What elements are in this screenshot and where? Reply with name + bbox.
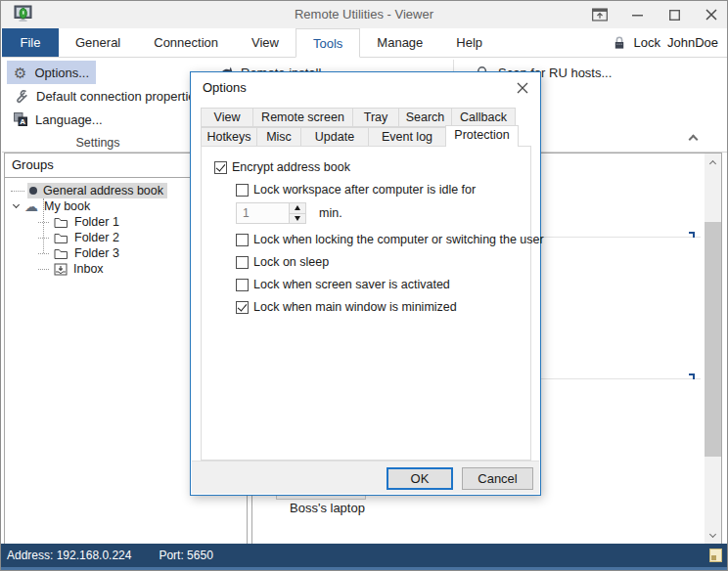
folder-icon [54,216,68,229]
tab-event-log[interactable]: Event log [368,127,446,147]
checkbox-row-lock-window-minimized[interactable]: Lock when main window is minimized [236,300,457,314]
checkbox-row-lock-on-sleep[interactable]: Lock on sleep [236,255,329,269]
status-address: Address: 192.168.0.224 [7,549,131,562]
spinner-value: 1 [237,203,289,223]
menu-file[interactable]: File [2,28,59,57]
tab-misc[interactable]: Misc [256,127,301,147]
language-menu-item[interactable]: A Language... [7,108,110,131]
ribbon-collapse-icon[interactable] [689,135,699,145]
checkbox[interactable] [236,184,249,197]
svg-text:A: A [20,117,25,126]
tab-tray[interactable]: Tray [352,108,399,127]
status-bar: Address: 192.168.0.224 Port: 5650 [1,544,728,570]
tab-remote-screen[interactable]: Remote screen [252,108,353,127]
checkbox[interactable] [236,279,249,291]
dialog-tab-row-2: Hotkeys Misc Update Event log Protection [201,127,518,147]
idle-minutes-spinner[interactable]: 1 [236,202,306,224]
spinner-up-icon[interactable] [290,203,305,213]
resize-grip-icon[interactable] [709,549,722,562]
tab-hotkeys[interactable]: Hotkeys [201,127,257,147]
titlebar: Remote Utilities - Viewer [1,1,727,28]
folder-icon [54,247,68,260]
folder-icon [54,232,68,244]
default-connection-properties-item[interactable]: Default connection properties... [7,84,219,108]
lock-button[interactable]: Lock [633,35,660,50]
options-menu-item[interactable]: ⚙ Options... [7,61,96,84]
checkbox-row-lock-workspace-idle[interactable]: Lock workspace after computer is idle fo… [236,183,476,197]
spinner-down-icon[interactable] [290,213,305,224]
app-window: Remote Utilities - Viewer File General [0,0,728,571]
padlock-icon [613,35,626,50]
connection-item-label[interactable]: Boss's laptop [290,501,365,515]
tab-callback[interactable]: Callback [451,108,516,127]
chevron-down-icon[interactable] [9,205,23,207]
pin-to-top-icon[interactable] [592,7,608,22]
maximize-icon[interactable] [666,7,682,22]
dialog-close-icon[interactable] [516,81,529,95]
checkbox-row-lock-when-locking[interactable]: Lock when locking the computer or switch… [236,233,544,246]
menu-tools[interactable]: Tools [296,28,360,58]
menu-connection[interactable]: Connection [137,28,235,57]
vertical-scrollbar[interactable] [705,154,721,544]
scroll-up-icon[interactable] [705,154,721,170]
dialog-title: Options [203,80,247,95]
collapse-group-icon[interactable] [689,232,695,238]
current-user[interactable]: JohnDoe [667,35,718,50]
scroll-down-icon[interactable] [705,527,721,544]
tab-search[interactable]: Search [398,108,452,127]
protection-tab-pane: Encrypt address book Lock workspace afte… [201,146,531,461]
inbox-icon [54,263,68,276]
options-dialog: Options View Remote screen Tray Search C… [190,71,541,496]
ribbon-group-label-settings: Settings [2,136,194,150]
menu-help[interactable]: Help [439,28,499,57]
gear-icon: ⚙ [14,66,26,80]
menu-manage[interactable]: Manage [360,28,439,57]
tab-update[interactable]: Update [300,127,369,147]
checkbox-row-lock-screen-saver[interactable]: Lock when screen saver is activated [236,278,450,291]
menubar: File General Connection View Tools Manag… [2,28,728,58]
cancel-button[interactable]: Cancel [462,467,533,490]
dialog-tab-row-1: View Remote screen Tray Search Callback [201,108,515,127]
wrench-icon [14,89,28,104]
ok-button[interactable]: OK [387,467,453,490]
address-book-dot-icon [29,187,37,195]
menu-general[interactable]: General [59,28,137,57]
cloud-icon: ☁ [24,199,38,213]
checkbox[interactable] [214,161,227,174]
minimize-icon[interactable] [629,7,645,22]
checkbox-row-encrypt-address-book[interactable]: Encrypt address book [214,160,350,174]
tree-selection: General address book [27,183,167,198]
checkbox[interactable] [236,234,249,246]
scrollbar-thumb[interactable] [705,222,721,457]
status-port: Port: 5650 [159,549,212,562]
menu-view[interactable]: View [235,28,296,57]
idle-minutes-row: 1 min. [236,202,342,224]
spinner-unit-label: min. [319,206,342,220]
close-icon[interactable] [704,7,719,22]
language-icon: A [14,112,27,126]
tab-protection[interactable]: Protection [445,125,519,147]
checkbox[interactable] [236,301,249,314]
tab-view[interactable]: View [201,108,253,127]
checkbox[interactable] [236,256,249,269]
collapse-group-icon[interactable] [689,373,695,379]
